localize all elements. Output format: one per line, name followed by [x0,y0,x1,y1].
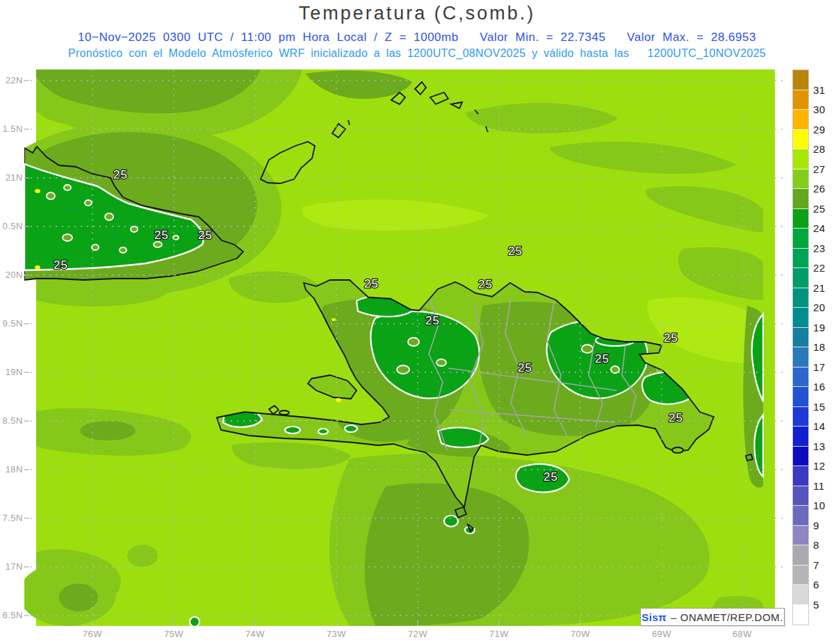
colorbar-value-label: 21 [813,281,826,293]
colorbar-segment [793,70,808,90]
lon-tick-label: 73W [321,629,352,639]
weather-map-page: Temperatura (C,somb.) 10−Nov−2025 0300 U… [0,0,834,644]
map-plot-area: 25252525252525252525252525 [24,69,787,626]
model-run-line: Pronóstico con el Modelo Atmósferico WRF… [0,47,834,60]
colorbar-segment [793,447,808,467]
contour-value-label: 25 [154,229,169,242]
colorbar-segment [793,526,808,546]
lon-tick-label: 76W [77,629,108,639]
colorbar-value-label: 18 [813,341,826,353]
colorbar-value-label: 25 [813,202,826,214]
lat-tick-label: 20N [0,270,23,280]
colorbar-value-label: 17 [813,361,826,372]
colorbar-segment [793,308,808,328]
contour-value-label: 25 [664,331,678,345]
lat-tick-label: 22N [0,75,23,85]
colorbar-segment [793,368,808,388]
lat-tick-label: 0.5N [0,221,23,231]
colorbar-value-label: 24 [813,222,826,234]
lon-tick-label: 70W [565,629,596,639]
sispi-logo: Sisπ [641,611,667,623]
colorbar-segment [793,506,808,526]
temperature-contour-map: 25252525252525252525252525 [24,69,787,626]
colorbar-segment [793,268,808,288]
lat-tick-label: 8.5N [0,415,23,426]
colorbar-value-label: 13 [813,440,826,452]
colorbar-segment [793,486,808,506]
lat-tick-label: 17N [0,561,23,572]
colorbar-segment [793,229,808,249]
contour-value-label: 25 [595,352,610,365]
colorbar-value-label: 26 [813,183,826,195]
colorbar-value-label: 27 [813,163,826,174]
temperature-colorbar [792,69,809,625]
sispi-onamet-brand: Sisπ – ONAMET/REP.DOM. [640,608,785,626]
contour-value-label: 25 [425,314,440,327]
lat-tick-label: 7.5N [0,513,23,523]
colorbar-value-label: 30 [813,104,826,115]
colorbar-value-label: 11 [813,479,825,491]
lat-tick-label: 1.5N [0,124,23,134]
lon-tick-label: 75W [158,629,189,639]
colorbar-value-label: 8 [813,539,819,551]
lat-tick-label: 6.5N [0,610,23,620]
contour-value-label: 25 [198,229,213,242]
contour-value-label: 25 [508,245,523,258]
colorbar-value-label: 5 [813,598,819,610]
colorbar-value-label: 14 [813,420,826,432]
contour-value-label: 25 [669,411,683,424]
colorbar-segment [793,110,808,130]
contour-value-label: 25 [478,278,493,291]
colorbar-value-label: 15 [813,400,826,412]
lat-tick-label: 19N [0,367,23,377]
lon-tick-label: 71W [484,629,514,639]
colorbar-segment [793,130,808,150]
colorbar-value-label: 20 [813,302,826,313]
lat-tick-label: 21N [0,172,23,183]
lat-tick-label: 9.5N [0,318,23,329]
page-title: Temperatura (C,somb.) [0,3,834,24]
lon-tick-label: 69W [646,629,677,639]
colorbar-value-label: 29 [813,123,826,135]
colorbar-segment [793,209,808,229]
colorbar-value-label: 7 [813,559,819,570]
colorbar-segment [793,249,808,269]
lon-tick-label: 68W [727,629,758,639]
colorbar-value-label: 23 [813,242,826,254]
colorbar-value-label: 19 [813,321,826,333]
lon-tick-label: 74W [240,629,270,639]
colorbar-segment [793,90,808,110]
saona-island [672,447,683,453]
colorbar-segment [793,149,808,170]
colorbar-segment [793,189,808,209]
colorbar-segment [793,387,808,407]
onamet-credit: – ONAMET/REP.DOM. [671,611,783,623]
colorbar-value-label: 6 [813,579,819,591]
colorbar-segment [793,466,808,486]
colorbar-segment [793,565,808,586]
colorbar-segment [793,170,808,190]
colorbar-value-label: 12 [813,460,826,472]
lon-tick-label: 72W [402,629,433,639]
contour-value-label: 25 [543,470,558,484]
colorbar-segment [793,427,808,447]
colorbar-segment [793,288,808,308]
colorbar-value-label: 10 [813,499,826,511]
valid-time-line: 10−Nov−2025 0300 UTC / 11:00 pm Hora Loc… [0,31,834,44]
colorbar-value-label: 9 [813,519,819,531]
lat-tick-label: 18N [0,464,23,474]
colorbar-value-label: 16 [813,381,826,393]
colorbar-segment [793,545,808,565]
contour-value-label: 25 [113,168,128,181]
colorbar-value-label: 31 [813,83,826,95]
contour-value-label: 25 [518,361,532,374]
colorbar-value-label: 28 [813,143,826,155]
colorbar-segment [793,347,808,368]
colorbar-segment [793,605,808,625]
colorbar-segment [793,407,808,427]
contour-value-label: 25 [364,277,379,290]
contour-value-label: 25 [54,258,68,272]
colorbar-segment [793,328,808,348]
colorbar-value-label: 22 [813,262,826,274]
colorbar-segment [793,585,808,605]
